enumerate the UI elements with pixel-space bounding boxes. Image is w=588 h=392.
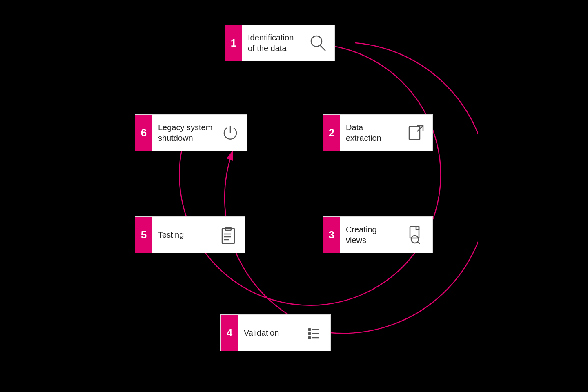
step-6-number: 6 xyxy=(135,115,152,151)
step-2-number: 2 xyxy=(323,115,340,151)
step-1-card: 1 Identificationof the data xyxy=(225,24,335,61)
step-6-label: Legacy systemshutdown xyxy=(152,118,218,147)
step-1-label: Identificationof the data xyxy=(242,28,306,58)
svg-point-11 xyxy=(309,333,311,335)
svg-line-3 xyxy=(320,45,325,51)
step-4-label: Validation xyxy=(238,323,302,342)
step-4-number: 4 xyxy=(221,315,238,351)
step-5-icon xyxy=(216,225,245,245)
step-3-card: 3 Creatingviews xyxy=(323,216,433,253)
step-6-card: 6 Legacy systemshutdown xyxy=(135,114,247,151)
step-3-number: 3 xyxy=(323,217,340,253)
svg-line-8 xyxy=(417,242,420,244)
step-4-card: 4 Validation xyxy=(220,314,331,351)
step-3-icon xyxy=(404,225,432,245)
step-2-card: 2 Dataextraction xyxy=(323,114,433,151)
svg-rect-15 xyxy=(222,229,234,243)
diagram-container: 1 Identificationof the data 2 Dataextrac… xyxy=(110,16,478,376)
step-1-number: 1 xyxy=(225,25,242,61)
svg-point-9 xyxy=(309,329,311,331)
step-2-label: Dataextraction xyxy=(340,118,404,147)
step-1-icon xyxy=(306,33,334,53)
step-5-label: Testing xyxy=(152,225,216,244)
svg-rect-4 xyxy=(409,127,420,140)
step-2-icon xyxy=(404,122,432,143)
svg-point-2 xyxy=(311,36,322,47)
step-6-icon xyxy=(218,122,247,143)
svg-point-13 xyxy=(309,337,311,339)
step-3-label: Creatingviews xyxy=(340,220,404,249)
step-4-icon xyxy=(302,323,330,343)
step-5-number: 5 xyxy=(135,217,152,253)
step-5-card: 5 Testing xyxy=(135,216,245,253)
